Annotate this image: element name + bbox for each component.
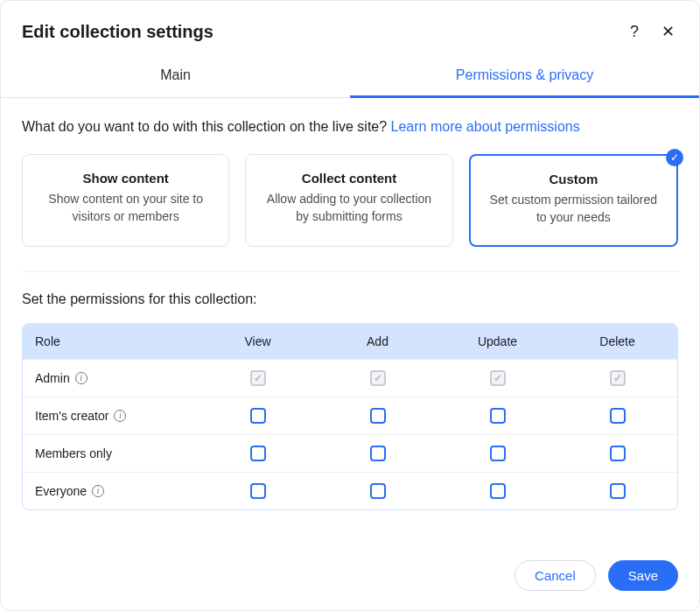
tab-permissions[interactable]: Permissions & privacy: [350, 55, 699, 97]
role-name: Members only: [35, 446, 112, 460]
checkmark-icon: ✓: [666, 149, 683, 166]
tabs: Main Permissions & privacy: [1, 55, 699, 98]
card-desc: Set custom permission tailored to your n…: [485, 192, 662, 226]
permissions-table: Role View Add Update Delete AdminiItem's…: [22, 323, 678, 510]
close-icon[interactable]: ✕: [658, 20, 678, 43]
checkbox-add[interactable]: [370, 446, 386, 461]
role-name: Admin: [35, 371, 70, 385]
perm-cell-delete: [557, 435, 677, 472]
card-custom[interactable]: ✓CustomSet custom permission tailored to…: [469, 154, 678, 247]
checkbox-delete: [610, 370, 626, 386]
dialog-footer: Cancel Save: [1, 544, 699, 610]
col-role: Role: [23, 324, 198, 359]
permissions-prompt: What do you want to do with this collect…: [22, 119, 678, 135]
tab-main[interactable]: Main: [1, 55, 350, 97]
card-desc: Show content on your site to visitors or…: [37, 191, 214, 225]
perm-cell-view: [198, 360, 318, 397]
table-row: Item's creatori: [23, 397, 677, 435]
perm-cell-update: [438, 435, 557, 472]
permission-mode-cards: Show contentShow content on your site to…: [22, 154, 678, 247]
card-title: Show content: [37, 171, 214, 186]
role-name-cell: Item's creatori: [23, 398, 198, 433]
checkbox-update[interactable]: [490, 408, 506, 424]
card-title: Collect content: [260, 171, 438, 186]
checkbox-update: [490, 370, 506, 386]
role-name-cell: Admini: [23, 361, 198, 396]
cancel-button[interactable]: Cancel: [514, 560, 596, 591]
perm-cell-delete: [557, 397, 677, 434]
checkbox-view[interactable]: [250, 446, 266, 461]
checkbox-add: [370, 370, 386, 386]
dialog-header: Edit collection settings ? ✕: [1, 1, 699, 55]
card-collect[interactable]: Collect contentAllow adding to your coll…: [245, 154, 452, 247]
checkbox-add[interactable]: [370, 408, 386, 424]
perm-cell-add: [318, 397, 438, 434]
checkbox-delete[interactable]: [610, 483, 626, 499]
perm-cell-update: [438, 473, 557, 509]
table-row: Admini: [23, 360, 677, 397]
checkbox-view[interactable]: [250, 408, 266, 424]
help-icon[interactable]: ?: [626, 20, 642, 43]
edit-collection-dialog: Edit collection settings ? ✕ Main Permis…: [0, 0, 700, 611]
col-view: View: [198, 324, 318, 359]
info-icon[interactable]: i: [75, 372, 88, 384]
role-name: Item's creator: [35, 409, 108, 423]
checkbox-delete[interactable]: [610, 446, 626, 461]
info-icon[interactable]: i: [92, 485, 104, 497]
checkbox-update[interactable]: [490, 446, 506, 461]
info-icon[interactable]: i: [114, 410, 126, 422]
table-row: Everyonei: [23, 473, 677, 509]
card-show[interactable]: Show contentShow content on your site to…: [22, 154, 229, 247]
perm-cell-add: [318, 435, 438, 472]
role-name: Everyone: [35, 484, 87, 498]
perm-cell-view: [198, 435, 318, 472]
perm-cell-view: [198, 473, 318, 509]
role-name-cell: Members only: [23, 436, 198, 471]
perm-cell-update: [438, 397, 557, 434]
checkbox-add[interactable]: [370, 483, 386, 499]
dialog-title: Edit collection settings: [22, 22, 626, 42]
save-button[interactable]: Save: [608, 560, 678, 591]
checkbox-update[interactable]: [490, 483, 506, 499]
role-name-cell: Everyonei: [23, 474, 198, 509]
checkbox-delete[interactable]: [610, 408, 626, 424]
learn-more-link[interactable]: Learn more about permissions: [391, 119, 580, 134]
perm-cell-delete: [557, 360, 677, 397]
card-desc: Allow adding to your collection by submi…: [260, 191, 438, 225]
perm-cell-add: [318, 473, 438, 509]
checkbox-view: [250, 370, 266, 386]
prompt-text: What do you want to do with this collect…: [22, 119, 391, 134]
perm-cell-view: [198, 397, 318, 434]
col-update: Update: [438, 324, 557, 359]
perm-cell-delete: [557, 473, 677, 509]
col-add: Add: [318, 324, 438, 359]
header-actions: ? ✕: [626, 20, 678, 43]
divider: [22, 271, 678, 272]
table-header-row: Role View Add Update Delete: [23, 324, 677, 360]
card-title: Custom: [485, 172, 662, 186]
col-delete: Delete: [557, 324, 677, 359]
table-row: Members only: [23, 435, 677, 473]
content-area: What do you want to do with this collect…: [1, 98, 699, 544]
permissions-table-heading: Set the permissions for this collection:: [22, 291, 678, 307]
perm-cell-add: [318, 360, 438, 397]
checkbox-view[interactable]: [250, 483, 266, 499]
perm-cell-update: [438, 360, 557, 397]
